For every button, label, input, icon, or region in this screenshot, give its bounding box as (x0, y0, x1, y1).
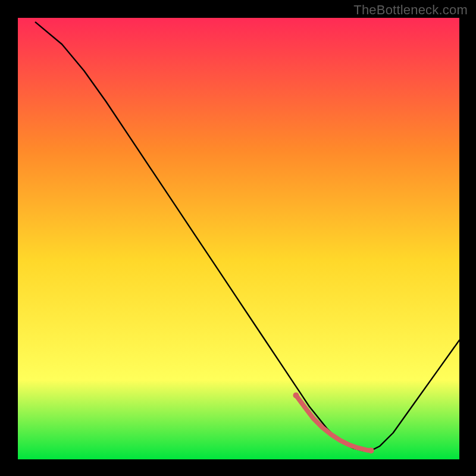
endpoint-dot (368, 447, 374, 453)
endpoint-dot (293, 392, 299, 398)
bottleneck-chart (0, 0, 476, 476)
plot-background (18, 18, 459, 459)
watermark-text: TheBottleneck.com (353, 2, 468, 18)
